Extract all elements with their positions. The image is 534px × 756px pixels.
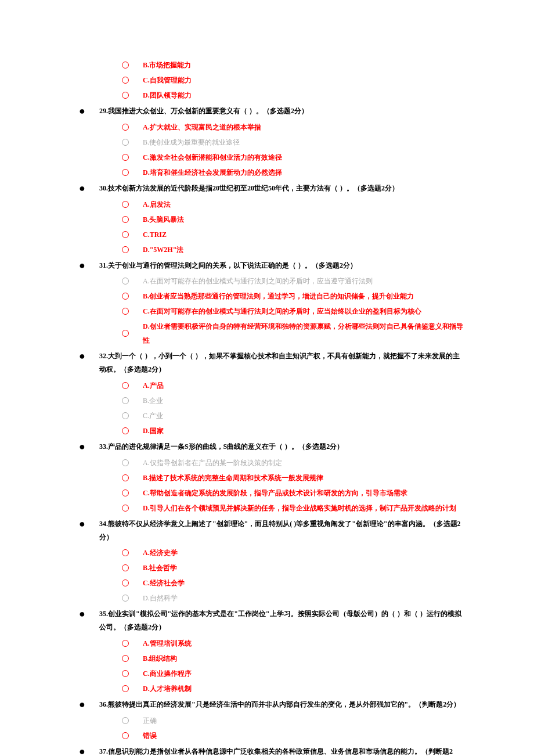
option-row[interactable]: D."5W2H"法: [122, 243, 464, 257]
option-text: D.创业者需要积极评价自身的特有经营环境和独特的资源禀赋，分析哪些法则对自己具备…: [143, 319, 464, 347]
option-row[interactable]: A.在面对可能存在的创业模式与通行法则之间的矛盾时，应当遵守通行法则: [122, 274, 464, 288]
option-row[interactable]: B.组织结构: [122, 651, 464, 665]
options-list: A.扩大就业、实现富民之道的根本举措B.使创业成为最重要的就业途径C.激发全社会…: [122, 120, 464, 179]
option-text: A.产品: [143, 379, 164, 393]
option-row[interactable]: B.企业: [122, 394, 464, 408]
option-text: B.创业者应当熟悉那些通行的管理法则，通过学习，增进自己的知识储备，提升创业能力: [143, 289, 414, 303]
radio-circle-icon: [122, 231, 129, 238]
bullet-icon: ●: [79, 185, 85, 192]
option-row[interactable]: A.管理培训系统: [122, 636, 464, 650]
question-block: ●29.我国推进大众创业、万众创新的重要意义有（ ）。（多选题2分）A.扩大就业…: [70, 105, 464, 179]
options-list: A.产品B.企业C.产业D.国家: [122, 379, 464, 438]
radio-circle-icon: [122, 124, 129, 131]
option-text: C.经济社会学: [143, 576, 185, 590]
option-row[interactable]: C.TRIZ: [122, 228, 464, 242]
bullet-icon: ●: [79, 748, 85, 755]
question-text-row: ●30.技术创新方法发展的近代阶段是指20世纪初至20世纪50年代，主要方法有（…: [70, 182, 464, 195]
question-block: ●32.大到一个（ ），小到一个（ ），如果不掌握核心技术和自主知识产权，不具有…: [70, 350, 464, 438]
option-row[interactable]: A.仅指导创新者在产品的某一阶段决策的制定: [122, 456, 464, 470]
radio-circle-icon: [122, 640, 129, 647]
bullet-icon: ●: [79, 352, 85, 359]
previous-question-options: B.市场把握能力C.自我管理能力D.团队领导能力: [122, 58, 464, 102]
radio-circle-icon: [122, 169, 129, 176]
options-list: 正确错误: [122, 714, 464, 743]
question-text: 37.信息识别能力是指创业者从各种信息源中广泛收集相关的各种政策信息、业务信息和…: [99, 745, 464, 756]
option-text: C.商业操作程序: [143, 667, 192, 681]
radio-circle-icon: [122, 62, 129, 69]
option-row[interactable]: 错误: [122, 729, 464, 743]
option-row[interactable]: C.经济社会学: [122, 576, 464, 590]
radio-circle-icon: [122, 489, 129, 496]
radio-circle-icon: [122, 278, 129, 285]
option-text: B.描述了技术系统的完整生命周期和技术系统一般发展规律: [143, 471, 323, 485]
option-row[interactable]: B.使创业成为最重要的就业途径: [122, 135, 464, 149]
option-row[interactable]: D.引导人们在各个领域预见并解决新的任务，指导企业战略实施时机的选择，制订产品开…: [122, 501, 464, 515]
radio-circle-icon: [122, 201, 129, 208]
radio-circle-icon: [122, 579, 129, 586]
radio-circle-icon: [122, 670, 129, 677]
option-row[interactable]: B.市场把握能力: [122, 58, 464, 72]
option-row[interactable]: D.团队领导能力: [122, 88, 464, 102]
options-list: A.仅指导创新者在产品的某一阶段决策的制定B.描述了技术系统的完整生命周期和技术…: [122, 456, 464, 515]
question-block: ●33.产品的进化规律满足一条S形的曲线，S曲线的意义在于（ ）。（多选题2分）…: [70, 440, 464, 515]
option-text: B.组织结构: [143, 651, 177, 665]
option-row[interactable]: A.启发法: [122, 197, 464, 211]
option-text: D.培育和催生经济社会发展新动力的必然选择: [143, 165, 282, 179]
question-block: ●30.技术创新方法发展的近代阶段是指20世纪初至20世纪50年代，主要方法有（…: [70, 182, 464, 257]
question-text: 31.关于创业与通行的管理法则之间的关系，以下说法正确的是（ ）。（多选题2分）: [99, 259, 357, 272]
bullet-icon: ●: [79, 107, 85, 114]
option-row[interactable]: D.培育和催生经济社会发展新动力的必然选择: [122, 165, 464, 179]
option-row[interactable]: C.帮助创造者确定系统的发展阶段，指导产品或技术设计和研发的方向，引导市场需求: [122, 486, 464, 500]
radio-circle-icon: [122, 139, 129, 146]
radio-circle-icon: [122, 293, 129, 300]
question-block: ●36.熊彼特提出真正的经济发展"只是经济生活中的而并非从内部自行发生的变化，是…: [70, 698, 464, 743]
question-text: 33.产品的进化规律满足一条S形的曲线，S曲线的意义在于（ ）。（多选题2分）: [99, 440, 344, 453]
option-row[interactable]: A.经济史学: [122, 546, 464, 560]
option-row[interactable]: D.国家: [122, 424, 464, 438]
question-block: ●31.关于创业与通行的管理法则之间的关系，以下说法正确的是（ ）。（多选题2分…: [70, 259, 464, 348]
radio-circle-icon: [122, 717, 129, 724]
option-row[interactable]: C.在面对可能存在的创业模式与通行法则之间的矛盾时，应当始终以企业的盈利目标为核…: [122, 304, 464, 318]
option-text: D.自然科学: [143, 591, 178, 605]
radio-circle-icon: [122, 397, 129, 404]
question-block: ●35.创业实训"模拟公司"运作的基本方式是在"工作岗位"上学习。按照实际公司（…: [70, 607, 464, 696]
radio-circle-icon: [122, 77, 129, 84]
option-row[interactable]: 正确: [122, 714, 464, 728]
radio-circle-icon: [122, 308, 129, 315]
radio-circle-icon: [122, 154, 129, 161]
option-row[interactable]: D.创业者需要积极评价自身的特有经营环境和独特的资源禀赋，分析哪些法则对自己具备…: [122, 319, 464, 347]
options-list: A.启发法B.头脑风暴法C.TRIZD."5W2H"法: [122, 197, 464, 257]
radio-circle-icon: [122, 382, 129, 389]
question-text-row: ●37.信息识别能力是指创业者从各种信息源中广泛收集相关的各种政策信息、业务信息…: [70, 745, 464, 756]
option-text: D.人才培养机制: [143, 682, 192, 696]
option-text: D.国家: [143, 424, 164, 438]
option-row[interactable]: B.描述了技术系统的完整生命周期和技术系统一般发展规律: [122, 471, 464, 485]
option-row[interactable]: B.头脑风暴法: [122, 213, 464, 226]
option-row[interactable]: C.产业: [122, 409, 464, 423]
option-row[interactable]: B.创业者应当熟悉那些通行的管理法则，通过学习，增进自己的知识储备，提升创业能力: [122, 289, 464, 303]
option-row[interactable]: D.人才培养机制: [122, 682, 464, 696]
option-text: C.自我管理能力: [143, 73, 192, 87]
option-row[interactable]: C.激发全社会创新潜能和创业活力的有效途径: [122, 150, 464, 164]
option-row[interactable]: B.社会哲学: [122, 561, 464, 575]
radio-circle-icon: [122, 655, 129, 662]
option-text: B.企业: [143, 394, 163, 408]
options-list: A.经济史学B.社会哲学C.经济社会学D.自然科学: [122, 546, 464, 605]
option-text: A.在面对可能存在的创业模式与通行法则之间的矛盾时，应当遵守通行法则: [143, 274, 373, 288]
option-row[interactable]: A.产品: [122, 379, 464, 393]
bullet-icon: ●: [79, 262, 85, 269]
question-text-row: ●35.创业实训"模拟公司"运作的基本方式是在"工作岗位"上学习。按照实际公司（…: [70, 607, 464, 634]
radio-circle-icon: [122, 564, 129, 571]
option-row[interactable]: C.自我管理能力: [122, 73, 464, 87]
option-text: D.团队领导能力: [143, 88, 192, 102]
option-text: A.管理培训系统: [143, 636, 192, 650]
radio-circle-icon: [122, 459, 129, 466]
option-text: B.使创业成为最重要的就业途径: [143, 135, 240, 149]
question-text-row: ●36.熊彼特提出真正的经济发展"只是经济生活中的而并非从内部自行发生的变化，是…: [70, 698, 464, 711]
option-row[interactable]: D.自然科学: [122, 591, 464, 605]
question-text-row: ●29.我国推进大众创业、万众创新的重要意义有（ ）。（多选题2分）: [70, 105, 464, 118]
radio-circle-icon: [122, 732, 129, 739]
option-text: A.扩大就业、实现富民之道的根本举措: [143, 120, 261, 134]
option-row[interactable]: A.扩大就业、实现富民之道的根本举措: [122, 120, 464, 134]
option-row[interactable]: C.商业操作程序: [122, 667, 464, 681]
